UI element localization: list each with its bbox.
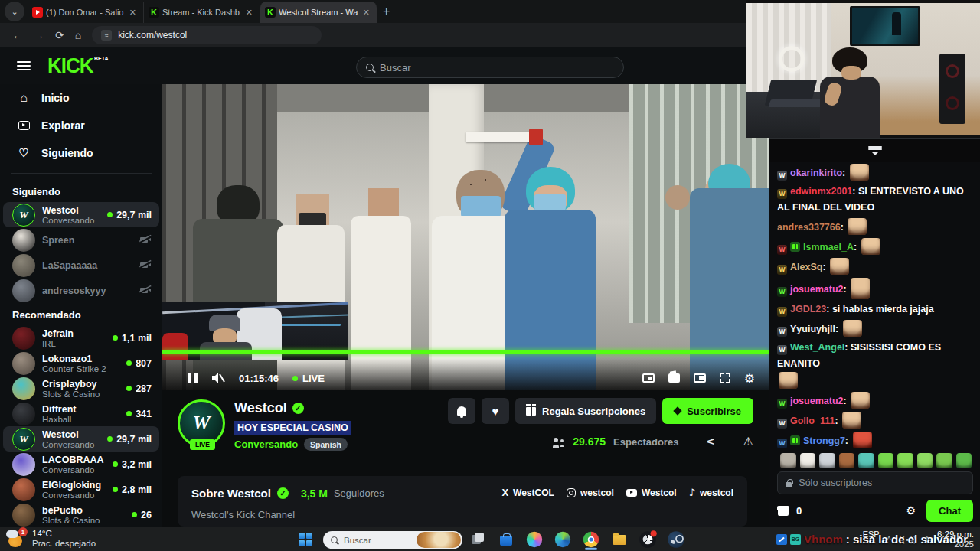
clip-icon[interactable] [668,373,680,383]
pause-button[interactable] [188,373,198,383]
warrior-emote[interactable] [780,453,796,468]
mini-player-icon[interactable] [642,373,655,383]
chat-username[interactable]: josuematu2 [790,396,843,406]
brown-block-emote[interactable] [839,453,855,468]
tab-search-chevron-icon[interactable]: ⌄ [5,2,24,21]
laugh-emote[interactable] [842,412,861,429]
sidebar-item-siguiendo[interactable]: ♡ Siguiendo [0,139,162,167]
laugh-emote[interactable] [830,258,849,275]
chat-collapse-handle-icon[interactable] [868,146,882,155]
windows-search-bar[interactable] [323,531,462,549]
recommended-channel-lokonazo1[interactable]: Lokonazo1Counter-Strike 2 807 [3,350,159,376]
chat-username[interactable]: okarinkirito [790,168,842,178]
chat-username[interactable]: edwinmx2001 [790,186,852,197]
taskbar-copilot-icon[interactable] [527,532,542,547]
following-channel-lasapaaaaa[interactable]: LaSapaaaaa [3,253,159,278]
chat-send-button[interactable]: Chat [926,500,973,522]
windows-search-input[interactable] [344,536,413,545]
green-halo-emote[interactable] [917,453,933,468]
taskbar-chrome-icon[interactable] [583,532,599,547]
taskbar-taskview-icon[interactable] [469,530,487,549]
taskbar-edge-icon[interactable] [555,532,570,547]
social-link-x[interactable]: XWestCOL [501,487,554,498]
stream-category-link[interactable]: Conversando [234,439,298,450]
browser-tab-2[interactable]: Westcol Stream - Watch Live on ✕ [260,2,377,23]
laugh-emote[interactable] [851,392,870,409]
recommended-channel-diffrent[interactable]: DiffrentHaxball 341 [3,401,159,426]
start-button[interactable] [299,533,312,546]
following-channel-andresoskyyy[interactable]: andresoskyyy [3,278,159,303]
following-channel-spreen[interactable]: Spreen [3,227,159,253]
laugh-emote[interactable] [779,372,798,389]
tab-close-icon[interactable]: ✕ [243,8,255,18]
follow-button[interactable]: ♥ [482,398,509,424]
browser-tab-1[interactable]: Stream - Kick Dashboard ✕ [144,2,260,23]
chat-input[interactable] [777,471,973,494]
green-blob-emote[interactable] [878,453,894,468]
chat-username[interactable]: andres337766 [777,222,841,233]
hamburger-menu-icon[interactable] [17,61,31,70]
url-text[interactable]: kick.com/westcol [118,30,187,41]
channel-shop-icon[interactable] [777,506,789,516]
tab-close-icon[interactable]: ✕ [361,8,372,18]
laugh-emote[interactable] [848,218,867,235]
teal-hand-emote[interactable] [858,453,874,468]
green-alien-emote[interactable] [936,453,952,468]
taskbar-explorer-icon[interactable] [610,530,629,549]
white-cat-emote[interactable] [800,453,816,468]
mute-icon[interactable] [211,372,225,384]
language-tag[interactable]: Spanish [304,438,348,451]
new-tab-button[interactable]: + [383,5,390,18]
chat-settings-icon[interactable]: ⚙ [906,504,916,517]
share-icon[interactable]: < [707,435,715,448]
red-emote[interactable] [853,432,872,448]
url-field[interactable]: ≈ kick.com/westcol [92,26,322,44]
social-link-instagram[interactable]: westcol [567,487,614,498]
forward-icon[interactable]: → [34,29,44,41]
tab-close-icon[interactable]: ✕ [127,8,139,18]
search-highlight-image[interactable] [416,532,461,548]
recommended-channel-westcol[interactable]: W WestcolConversando 29,7 mil [3,426,159,452]
reload-icon[interactable]: ⟳ [55,29,64,41]
recommended-channel-bepucho[interactable]: bePuchoSlots & Casino 26 [3,502,159,527]
gift-subs-button[interactable]: Regala Suscripciones [515,398,656,424]
chat-username[interactable]: West_Angel [790,342,844,353]
recommended-channel-elglogloking[interactable]: ElGloglokingConversando 2,8 mil [3,477,159,502]
chat-username[interactable]: AlexSq [790,262,822,272]
channel-name[interactable]: Westcol [234,400,287,416]
sidebar-item-explorar[interactable]: Explorar [0,112,162,139]
laugh-emote[interactable] [850,164,869,181]
following-channel-westcol[interactable]: W WestcolConversando 29,7 mil [3,202,159,227]
chat-username[interactable]: JGDL23 [790,304,826,315]
theater-mode-icon[interactable] [694,373,706,383]
chat-username[interactable]: Strongg7 [803,435,845,446]
kick-logo[interactable]: KICKBETA [47,54,93,79]
green-smile-emote[interactable] [897,453,913,468]
player-settings-icon[interactable]: ⚙ [744,371,755,386]
home-icon[interactable]: ⌂ [75,29,81,41]
back-icon[interactable]: ← [12,29,23,41]
video-player[interactable]: 01:15:46 LIVE ⚙ [162,84,769,390]
green-fish-emote[interactable] [956,453,972,468]
social-link-tiktok[interactable]: ♪westcol [689,487,733,498]
tall-emote[interactable] [851,278,870,299]
chat-username[interactable]: Yyuiuyhjll [790,324,835,334]
chat-message-input[interactable] [799,478,965,488]
chat-username[interactable]: Gollo_111 [790,416,835,426]
laugh-emote[interactable] [843,320,862,337]
social-link-youtube[interactable]: Westcol [626,487,677,498]
fullscreen-icon[interactable] [720,373,730,383]
chat-collapse-strip[interactable] [769,138,980,162]
taskbar-steam-icon[interactable] [668,531,684,548]
robot-emote[interactable] [819,453,835,468]
report-icon[interactable]: ⚠ [743,435,753,448]
sidebar-item-inicio[interactable]: ⌂ Inicio [0,84,162,112]
laugh-emote[interactable] [861,238,880,255]
subscribe-button[interactable]: Suscribirse [662,398,753,424]
browser-tab-0[interactable]: (1) Don Omar - Salio El Sol - Yo ✕ [28,2,144,23]
weather-widget[interactable]: 1 14°C Prac. despejado [6,529,96,549]
site-info-icon[interactable]: ≈ [101,30,112,41]
notifications-button[interactable] [448,398,475,424]
recommended-channel-crisplayboy[interactable]: CrisplayboySlots & Casino 287 [3,376,159,401]
search-input[interactable] [380,62,614,73]
